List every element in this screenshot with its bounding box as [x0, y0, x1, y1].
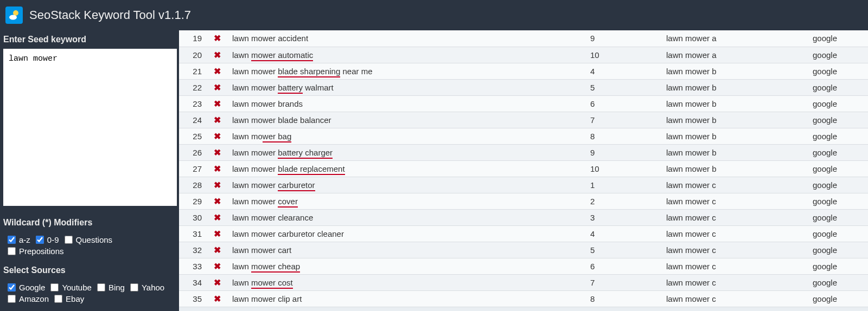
row-keyword[interactable]: lawn mower bag — [228, 128, 586, 144]
row-keyword[interactable]: lawn mower carburetor cleaner — [228, 225, 586, 242]
source-checkbox[interactable] — [50, 283, 59, 291]
table-row[interactable]: 30✖lawn mower clearance3lawn mower cgoog… — [179, 209, 868, 225]
delete-icon[interactable]: ✖ — [214, 34, 221, 43]
row-keyword[interactable]: lawn mower cost — [228, 274, 586, 290]
keyword-underlined: battery — [278, 83, 303, 94]
table-row[interactable]: 32✖lawn mower cart5lawn mower cgoogle — [179, 242, 868, 258]
row-keyword[interactable]: lawn mower carburetor — [228, 177, 586, 193]
table-row[interactable]: 25✖lawn mower bag8lawn mower bgoogle — [179, 128, 868, 144]
seed-input[interactable] — [3, 49, 177, 206]
source-checkbox[interactable] — [130, 283, 138, 291]
table-row[interactable]: 35✖lawn mower clip art8lawn mower cgoogl… — [179, 290, 868, 307]
keyword-text: walmart — [303, 83, 334, 92]
delete-icon[interactable]: ✖ — [214, 262, 221, 271]
row-index: 34 — [179, 274, 206, 290]
source-checkbox[interactable] — [8, 295, 16, 303]
table-row[interactable]: 22✖lawn mower battery walmart5lawn mower… — [179, 79, 868, 95]
row-index: 31 — [179, 225, 206, 242]
modifiers-row: a-z0-9QuestionsPrepositions — [0, 232, 179, 261]
row-delete-cell: ✖ — [206, 95, 228, 112]
keyword-underlined: carburetor — [278, 180, 315, 191]
row-keyword[interactable]: lawn mower clearance — [228, 209, 586, 225]
delete-icon[interactable]: ✖ — [214, 148, 221, 157]
row-keyword[interactable]: lawn mower blade sharpening near me — [228, 63, 586, 79]
source-bing[interactable]: Bing — [97, 283, 125, 292]
keyword-underlined: mower automatic — [251, 50, 313, 61]
row-rank: 3 — [586, 209, 662, 225]
row-delete-cell: ✖ — [206, 274, 228, 290]
row-keyword[interactable]: lawn mower battery walmart — [228, 79, 586, 95]
table-row[interactable]: 26✖lawn mower battery charger9lawn mower… — [179, 144, 868, 160]
table-row[interactable]: 28✖lawn mower carburetor1lawn mower cgoo… — [179, 177, 868, 193]
table-row[interactable]: 20✖lawn mower automatic10lawn mower agoo… — [179, 47, 868, 63]
modifier-0-9[interactable]: 0-9 — [36, 235, 59, 244]
row-keyword[interactable]: lawn mower blade balancer — [228, 112, 586, 128]
modifier-a-z[interactable]: a-z — [8, 235, 30, 244]
row-seed: lawn mower c — [662, 290, 808, 307]
modifier-checkbox[interactable] — [8, 247, 16, 255]
sources-label: Select Sources — [0, 261, 179, 280]
row-keyword[interactable]: lawn mower cart — [228, 242, 586, 258]
delete-icon[interactable]: ✖ — [214, 67, 221, 76]
row-index: 28 — [179, 177, 206, 193]
delete-icon[interactable]: ✖ — [214, 83, 221, 92]
delete-icon[interactable]: ✖ — [214, 132, 221, 141]
delete-icon[interactable]: ✖ — [214, 99, 221, 108]
table-row[interactable]: 23✖lawn mower brands6lawn mower bgoogle — [179, 95, 868, 112]
delete-icon[interactable]: ✖ — [214, 115, 221, 125]
source-checkbox[interactable] — [54, 295, 62, 303]
delete-icon[interactable]: ✖ — [214, 197, 221, 206]
delete-icon[interactable]: ✖ — [214, 229, 221, 238]
delete-icon[interactable]: ✖ — [214, 50, 221, 60]
modifier-checkbox[interactable] — [8, 236, 16, 244]
keyword-text: lawn mower carburetor cleaner — [232, 229, 344, 238]
source-label: Google — [19, 283, 45, 292]
row-keyword[interactable]: lawn mower clip art — [228, 290, 586, 307]
table-row[interactable]: 24✖lawn mower blade balancer7lawn mower … — [179, 112, 868, 128]
row-source: google — [808, 112, 868, 128]
row-index: 19 — [179, 30, 206, 47]
row-seed: lawn mower c — [662, 209, 808, 225]
source-google[interactable]: Google — [8, 283, 45, 292]
delete-icon[interactable]: ✖ — [214, 294, 221, 303]
row-keyword[interactable]: lawn mower cover — [228, 193, 586, 209]
row-keyword[interactable]: lawn mower blade replacement — [228, 160, 586, 177]
modifier-checkbox[interactable] — [65, 236, 73, 244]
row-keyword[interactable]: lawn mower brands — [228, 95, 586, 112]
row-keyword[interactable]: lawn mower cheap — [228, 258, 586, 274]
row-rank: 8 — [586, 128, 662, 144]
table-row[interactable]: 21✖lawn mower blade sharpening near me4l… — [179, 63, 868, 79]
row-delete-cell: ✖ — [206, 258, 228, 274]
row-keyword[interactable]: lawn mower battery charger — [228, 144, 586, 160]
modifier-label: Prepositions — [19, 247, 64, 256]
row-seed: lawn mower b — [662, 79, 808, 95]
table-row[interactable]: 27✖lawn mower blade replacement10lawn mo… — [179, 160, 868, 177]
delete-icon[interactable]: ✖ — [214, 278, 221, 287]
delete-icon[interactable]: ✖ — [214, 245, 221, 255]
row-seed: lawn mower c — [662, 177, 808, 193]
row-source: google — [808, 144, 868, 160]
keyword-text: lawn mo — [232, 132, 263, 141]
row-keyword[interactable]: lawn mower accident — [228, 30, 586, 47]
row-keyword[interactable]: lawn mower automatic — [228, 47, 586, 63]
source-amazon[interactable]: Amazon — [8, 294, 49, 303]
delete-icon[interactable]: ✖ — [214, 180, 221, 190]
source-yahoo[interactable]: Yahoo — [130, 283, 164, 292]
source-youtube[interactable]: Youtube — [50, 283, 92, 292]
row-source: google — [808, 95, 868, 112]
row-seed: lawn mower a — [662, 47, 808, 63]
table-row[interactable]: 33✖lawn mower cheap6lawn mower cgoogle — [179, 258, 868, 274]
table-row[interactable]: 19✖lawn mower accident9lawn mower agoogl… — [179, 30, 868, 47]
delete-icon[interactable]: ✖ — [214, 213, 221, 222]
table-row[interactable]: 29✖lawn mower cover2lawn mower cgoogle — [179, 193, 868, 209]
modifier-checkbox[interactable] — [36, 236, 44, 244]
table-row[interactable]: 31✖lawn mower carburetor cleaner4lawn mo… — [179, 225, 868, 242]
delete-icon[interactable]: ✖ — [214, 164, 221, 173]
table-row[interactable]: 34✖lawn mower cost7lawn mower cgoogle — [179, 274, 868, 290]
source-checkbox[interactable] — [97, 283, 105, 291]
source-ebay[interactable]: Ebay — [54, 294, 84, 303]
source-checkbox[interactable] — [8, 283, 16, 291]
modifier-prepositions[interactable]: Prepositions — [8, 247, 64, 256]
row-index: 20 — [179, 47, 206, 63]
modifier-questions[interactable]: Questions — [65, 235, 113, 244]
